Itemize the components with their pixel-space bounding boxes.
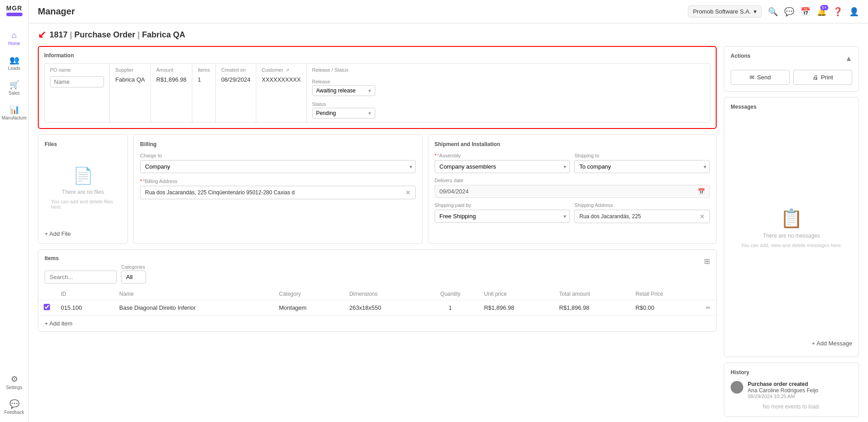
user-icon[interactable]: 👤 — [849, 7, 859, 17]
add-message-button[interactable]: + Add Message — [731, 336, 852, 350]
calendar-icon[interactable]: 📅 — [800, 7, 810, 17]
items-count-col: Items 1 — [192, 64, 216, 122]
send-button[interactable]: ✉ Send — [731, 70, 790, 85]
created-on-value: 08/29/2024 — [221, 76, 250, 83]
billing-title: Billing — [140, 141, 416, 147]
shipment-grid: *Assembly Company assemblers Customer as… — [435, 153, 710, 223]
order-number: 1817 — [50, 30, 68, 39]
sidebar-item-home[interactable]: ⌂ Home — [2, 28, 27, 49]
sidebar-item-settings[interactable]: ⚙ Settings — [2, 372, 27, 393]
col-total-amount: Total amount — [554, 288, 630, 300]
add-file-button[interactable]: + Add File — [45, 230, 121, 237]
billing-address-clear[interactable]: ✕ — [405, 189, 411, 196]
billing-address-input[interactable]: Rua dos Jacarandás, 225 Cinqüentenário 9… — [140, 186, 416, 199]
notification-icon[interactable]: 🔔 5+ — [817, 7, 827, 17]
info-section-title: Information — [44, 52, 710, 59]
actions-collapse-button[interactable]: ▲ — [845, 55, 852, 63]
actions-buttons: ✉ Send 🖨 Print — [731, 70, 852, 85]
history-event: Purchase order created — [748, 381, 818, 387]
row-edit-icon[interactable]: ✏ — [706, 304, 711, 311]
logo-bar — [6, 13, 23, 16]
sidebar-item-sales[interactable]: 🛒 Sales — [2, 77, 27, 98]
sidebar-item-feedback[interactable]: 💬 Feedback — [2, 396, 27, 417]
items-table: ID Name Category Dimensions Quantity Uni… — [38, 288, 716, 316]
categories-select[interactable]: All — [121, 271, 146, 284]
print-label: Print — [821, 74, 833, 81]
col-quantity: Quantity — [422, 288, 479, 300]
messages-empty-title: There are no messages — [763, 233, 820, 239]
shipping-address-clear[interactable]: ✕ — [700, 213, 705, 220]
shipping-to-select[interactable]: To company To customer Other — [574, 160, 710, 173]
customer-link-icon[interactable]: ↗ — [286, 68, 289, 73]
sidebar-label-home: Home — [8, 41, 20, 46]
shipping-address-group: Shipping Address Rua dos Jacarandás, 225… — [574, 202, 710, 223]
shipping-paid-select-wrapper: Free Shipping Customer Company ▾ — [435, 210, 570, 223]
arrow-annotation: ↙ — [38, 29, 46, 41]
messages-empty-sub: You can add, view and delete messages he… — [741, 243, 842, 248]
company-name: Promob Software S.A. — [693, 8, 751, 15]
release-dropdown[interactable]: Awaiting release ▾ — [312, 85, 375, 96]
assembly-group: *Assembly Company assemblers Customer as… — [435, 153, 570, 173]
sidebar-label-leads: Leads — [8, 66, 20, 71]
app-name: Manager — [38, 6, 75, 17]
items-label: Items — [198, 67, 210, 73]
customer-value: XXXXXXXXXX — [262, 76, 301, 83]
files-empty-state: 📄 There are no files You can add and del… — [45, 153, 121, 223]
actions-header: Actions ▲ — [731, 53, 852, 64]
actions-title: Actions — [731, 53, 750, 59]
row-unit-price-cell: R$1,896.98 — [478, 300, 554, 316]
assembly-select[interactable]: Company assemblers Customer assemblers N… — [435, 160, 570, 173]
billing-address-label: *Billing Address — [140, 179, 416, 184]
sidebar: MGR ⌂ Home 👥 Leads 🛒 Sales 📊 Manufacture… — [0, 0, 29, 422]
files-section: Files 📄 There are no files You can add a… — [38, 134, 128, 244]
shipping-address-input[interactable]: Rua dos Jacarandás, 225 ✕ — [574, 210, 710, 223]
history-no-more: No more events to load. — [731, 404, 852, 410]
files-title: Files — [45, 141, 121, 147]
layout-icon[interactable]: ⊞ — [704, 257, 710, 266]
assembly-select-wrapper: Company assemblers Customer assemblers N… — [435, 160, 570, 173]
messages-empty-state: 📋 There are no messages You can add, vie… — [731, 119, 852, 336]
items-search-row: Categories All — [38, 271, 716, 288]
add-file-label: + Add File — [45, 230, 71, 237]
print-button[interactable]: 🖨 Print — [793, 70, 852, 85]
status-value: Pending — [316, 110, 336, 116]
release-label: Release — [312, 79, 375, 84]
delivery-date-group: Delivery date 09/04/2024 📅 — [435, 178, 710, 198]
delivery-date-input[interactable]: 09/04/2024 📅 — [435, 185, 710, 198]
print-icon: 🖨 — [813, 74, 818, 81]
po-name-input[interactable] — [50, 76, 104, 87]
company-selector[interactable]: Promob Software S.A. ▾ — [688, 5, 762, 18]
items-search-input[interactable] — [45, 271, 117, 284]
categories-label: Categories — [121, 264, 145, 270]
files-empty-sub: You can add and delete files here. — [51, 199, 115, 210]
shipping-paid-select[interactable]: Free Shipping Customer Company — [435, 210, 570, 223]
status-dropdown[interactable]: Pending ▾ — [312, 108, 375, 119]
leads-icon: 👥 — [9, 55, 19, 65]
assembly-label: *Assembly — [435, 153, 570, 158]
shipping-to-label: Shipping to — [574, 153, 710, 158]
chat-icon[interactable]: 💬 — [784, 7, 794, 17]
billing-address-text: Rua dos Jacarandás, 225 Cinqüentenário 9… — [145, 189, 404, 196]
amount-label: Amount — [156, 67, 186, 73]
charge-to-select[interactable]: Company Customer Other — [140, 160, 416, 173]
status-label: Status — [312, 101, 375, 107]
items-table-body: 015.100 Base Diagonal Direito Inferior M… — [38, 300, 716, 316]
shipping-paid-group: Shipping paid by Free Shipping Customer … — [435, 202, 570, 223]
sidebar-item-leads[interactable]: 👥 Leads — [2, 52, 27, 73]
shipping-to-group: Shipping to To company To customer Other… — [574, 153, 710, 173]
row-check-cell — [38, 300, 55, 316]
calendar-icon: 📅 — [698, 188, 705, 195]
amount-col: Amount R$1,896.98 — [151, 64, 192, 122]
help-icon[interactable]: ❓ — [833, 7, 843, 17]
items-table-header-row: ID Name Category Dimensions Quantity Uni… — [38, 288, 716, 300]
release-chevron: ▾ — [368, 88, 371, 94]
page-title: 1817 | Purchase Order | Fabrica QA — [50, 30, 185, 40]
topbar-left: Manager — [38, 6, 75, 17]
amount-value: R$1,896.98 — [156, 76, 186, 83]
add-item-button[interactable]: + Add item — [38, 316, 716, 331]
col-unit-price: Unit price — [478, 288, 554, 300]
sidebar-item-manufacture[interactable]: 📊 Manufacture — [2, 102, 27, 123]
home-icon: ⌂ — [12, 31, 17, 40]
row-checkbox[interactable] — [44, 304, 50, 310]
search-icon[interactable]: 🔍 — [768, 7, 778, 17]
